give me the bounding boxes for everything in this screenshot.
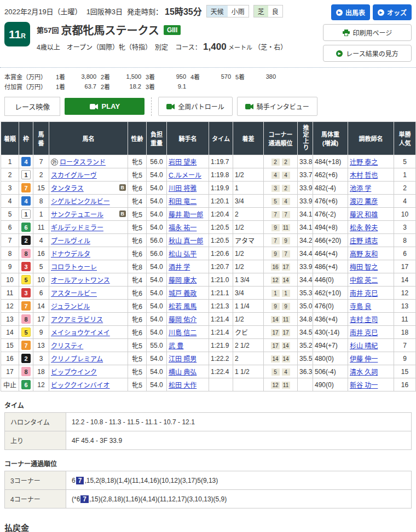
result-row: 13817アクアミラビリス牝654.0藤岡 佑介1:21.41/2141134.… [1, 313, 416, 326]
horse-name-link[interactable]: クリノプレミアム [51, 355, 103, 363]
trainer-link[interactable]: 渡辺 薫彦 [350, 198, 378, 206]
waku-cell: 5 [19, 326, 33, 339]
jockey-link[interactable]: 藤岡 佑介 [169, 316, 197, 324]
horse-name-link[interactable]: ビッククインバイオ [51, 382, 110, 389]
jockey-link[interactable]: 秋山 真一郎 [169, 237, 203, 245]
trainer-link[interactable]: 高野 友和 [350, 250, 378, 258]
trainer-link[interactable]: 南井 克巳 [350, 329, 378, 337]
horse-name-link[interactable]: ビップウインク [51, 369, 97, 376]
prize-value [247, 81, 276, 91]
trainer-link[interactable]: 寺島 良 [350, 303, 371, 311]
jockey-link[interactable]: 川島 信二 [169, 329, 197, 337]
trainer-link[interactable]: 中舘 英二 [350, 277, 378, 284]
trainer-link[interactable]: 梅田 智之 [350, 264, 378, 271]
play-button[interactable]: PLAY [65, 98, 145, 115]
jockey-link[interactable]: 和田 竜二 [169, 198, 197, 206]
corner4-position: 4 [282, 198, 290, 205]
waku-cell: 2 [19, 352, 33, 365]
going-value: 良 [268, 5, 282, 17]
win-popularity: 13 [394, 300, 416, 313]
trainer-link[interactable]: 南井 克巳 [350, 290, 378, 297]
jockey-link[interactable]: 江田 照男 [169, 355, 197, 363]
jockey-link[interactable]: 武 豊 [169, 342, 183, 350]
trainer-link[interactable]: 辻野 泰之 [350, 159, 378, 166]
patrol-video-button[interactable]: 全周パトロール [158, 97, 232, 116]
results-col-header: 推定上り [298, 122, 313, 155]
trainer-link[interactable]: 新谷 功一 [350, 382, 378, 389]
horse-name-link[interactable]: プールヴィル [51, 237, 90, 245]
waku-badge: 5 [21, 275, 31, 284]
horse-name-link[interactable]: コロラトゥーレ [51, 264, 97, 271]
horse-number: 5 [33, 260, 49, 273]
jockey-interview-button[interactable]: 騎手インタビュー [237, 97, 317, 116]
horse-name-link[interactable]: クリスティ [51, 342, 83, 350]
trainer-cell: 南井 克巳 [348, 287, 394, 300]
horse-name-link[interactable]: ジュランビル [51, 303, 90, 311]
prize-table-body: 本賞金（万円）1着3,8002着1,5003着9504着5705着380付加賞（… [4, 72, 276, 91]
horse-name-cell: オールアットワンス [49, 273, 128, 287]
horse-name-link[interactable]: ギルデッドミラー [51, 224, 103, 232]
jockey-link[interactable]: 松田 大作 [169, 382, 197, 389]
entry-table-button[interactable]: ▶出馬表 [331, 4, 370, 20]
results-guide-button[interactable]: ▶ レース結果の見方 [323, 45, 412, 62]
trainer-link[interactable]: 庄野 靖志 [350, 237, 378, 245]
waku-badge: 6 [21, 380, 31, 389]
jockey-link[interactable]: 岩田 望来 [169, 159, 197, 166]
corner3-position: 9 [271, 224, 280, 231]
horse-name-link[interactable]: アクアミラビリス [51, 316, 103, 324]
horse-name-link[interactable]: オールアットワンス [51, 277, 110, 284]
horse-name-link[interactable]: タンタラス [51, 185, 84, 192]
horse-name-link[interactable]: ドナウデルタ [51, 250, 90, 258]
trainer-link[interactable]: 杉山 晴紀 [350, 342, 378, 350]
trainer-cell: 木村 哲也 [348, 168, 394, 182]
horse-name-link[interactable]: サンクテュエール [51, 211, 103, 219]
trainer-link[interactable]: 松永 幹夫 [350, 224, 378, 232]
jockey-link[interactable]: 藤井 勘一郎 [169, 211, 203, 219]
jockey-link[interactable]: 藤岡 康太 [169, 277, 197, 284]
trainer-link[interactable]: 木村 哲也 [350, 172, 378, 179]
jockey-link[interactable]: 松若 風馬 [169, 303, 197, 311]
margin: 1/2 [233, 313, 264, 326]
carried-weight: 54.0 [147, 313, 167, 326]
horse-name-link[interactable]: アスタールビー [51, 290, 97, 297]
sex-age: 牝8 [128, 260, 147, 273]
horse-name-cell: アクアミラビリス [49, 313, 128, 326]
results-col-header: 馬名 [49, 122, 128, 155]
finish-time: 1:20.7 [209, 260, 233, 273]
jockey-link[interactable]: 酒井 学 [169, 264, 190, 271]
horse-name-link[interactable]: シゲルピンクルビー [51, 198, 110, 206]
print-page-button[interactable]: 印刷用ページ [323, 24, 412, 41]
sex-age: 牝6 [128, 326, 147, 339]
horse-name-link[interactable]: スカイグルーヴ [51, 172, 97, 179]
odds-button[interactable]: ▶オッズ [373, 4, 412, 20]
carried-weight: 54.0 [147, 168, 167, 182]
carried-weight: 56.0 [147, 155, 167, 168]
jockey-link[interactable]: 福永 祐一 [169, 224, 197, 232]
horse-weight: 436(+4) [313, 313, 348, 326]
jockey-link[interactable]: 横山 典弘 [169, 369, 197, 376]
result-row: 12714ジュランビル牝654.0松若 風馬1:21.31 1/49935.04… [1, 300, 416, 313]
trainer-link[interactable]: 藤沢 和雄 [350, 211, 378, 219]
jockey-link[interactable]: 城戸 義政 [169, 290, 197, 297]
jockey-link[interactable]: 川田 将雅 [169, 185, 197, 192]
trainer-link[interactable]: 伊藤 伸一 [350, 355, 378, 363]
horse-name-link[interactable]: メイショウケイメイ [51, 329, 110, 337]
trainer-cell: 松永 幹夫 [348, 221, 394, 234]
trainer-link[interactable]: 清水 久詞 [350, 369, 378, 376]
horse-name-cell: ジュランビル [49, 300, 128, 313]
result-row: 935コロラトゥーレ牝854.0酒井 学1:20.71/2161733.9486… [1, 260, 416, 273]
prize-value: 1,500 [113, 72, 141, 81]
jockey-link[interactable]: C.ルメール [169, 172, 201, 179]
trainer-link[interactable]: 吉村 圭司 [350, 316, 378, 324]
carried-weight: 54.0 [147, 300, 167, 313]
winner-number-highlight: 7 [80, 495, 89, 503]
horse-name-link[interactable]: ロータスランド [60, 159, 106, 166]
horse-name-cell: クリスティ [49, 339, 128, 352]
corner-positions: 54 [264, 365, 298, 378]
trainer-link[interactable]: 池添 学 [350, 185, 371, 192]
jockey-link[interactable]: 松山 弘平 [169, 250, 197, 258]
result-row: 中止612ビッククインバイオ牝554.0松田 大作1211490(0)新谷 功一… [1, 378, 416, 391]
win-popularity: 6 [394, 247, 416, 260]
corner-positions: 1617 [264, 260, 298, 273]
race-video-label: レース映像 [4, 97, 60, 116]
